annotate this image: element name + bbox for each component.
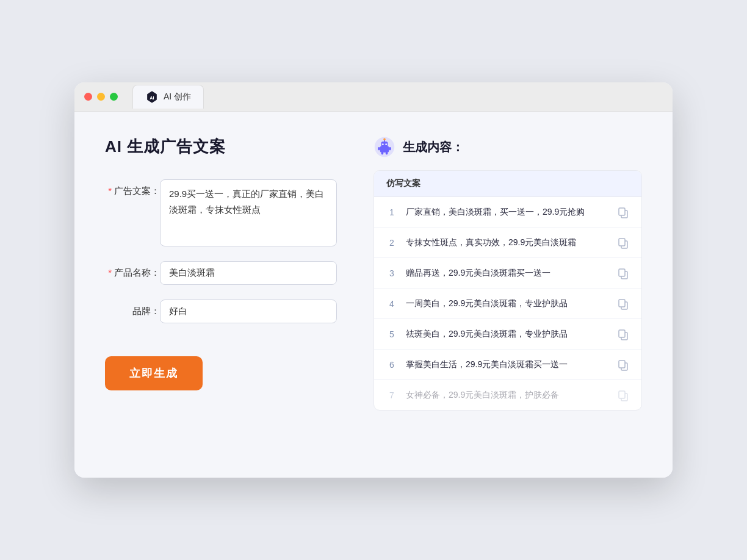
- brand-group: 品牌：: [105, 300, 337, 323]
- row-text: 祛斑美白，29.9元美白淡斑霜，专业护肤品: [406, 328, 608, 340]
- ai-tab-icon: AI: [145, 90, 159, 104]
- table-header: 仿写文案: [374, 171, 641, 197]
- product-name-group: *产品名称：: [105, 261, 337, 285]
- row-number: 7: [386, 390, 397, 400]
- page-title: AI 生成广告文案: [105, 136, 337, 157]
- row-text: 赠品再送，29.9元美白淡斑霜买一送一: [406, 267, 608, 279]
- table-row: 2 专抹女性斑点，真实功效，29.9元美白淡斑霜: [374, 228, 641, 258]
- copy-icon[interactable]: [617, 359, 629, 371]
- row-text: 女神必备，29.9元美白淡斑霜，护肤必备: [406, 389, 608, 401]
- table-row: 7 女神必备，29.9元美白淡斑霜，护肤必备: [374, 380, 641, 410]
- brand-label: 品牌：: [105, 300, 160, 317]
- copy-icon[interactable]: [617, 267, 629, 279]
- svg-rect-9: [378, 147, 380, 150]
- left-panel: AI 生成广告文案 *广告文案： 29.9买一送一，真正的厂家直销，美白淡斑霜，…: [105, 136, 337, 390]
- product-name-label: *产品名称：: [105, 261, 160, 279]
- ad-copy-label: *广告文案：: [105, 179, 160, 197]
- right-panel: 生成内容： 仿写文案 1 厂家直销，美白淡斑霜，买一送一，29.9元抢购 2 专…: [374, 136, 642, 411]
- brand-input[interactable]: [160, 300, 337, 323]
- product-name-input[interactable]: [160, 261, 337, 285]
- svg-rect-14: [619, 208, 625, 215]
- browser-tab[interactable]: AI AI 创作: [132, 85, 204, 109]
- traffic-lights: [84, 93, 118, 101]
- table-row: 3 赠品再送，29.9元美白淡斑霜买一送一: [374, 258, 641, 289]
- table-row: 4 一周美白，29.9元美白淡斑霜，专业护肤品: [374, 289, 641, 319]
- svg-rect-16: [619, 239, 625, 246]
- row-number: 5: [386, 329, 397, 339]
- svg-point-8: [383, 138, 386, 141]
- svg-rect-10: [389, 147, 391, 150]
- row-text: 专抹女性斑点，真实功效，29.9元美白淡斑霜: [406, 236, 608, 249]
- table-row: 5 祛斑美白，29.9元美白淡斑霜，专业护肤品: [374, 319, 641, 350]
- row-number: 3: [386, 268, 397, 278]
- result-table: 仿写文案 1 厂家直销，美白淡斑霜，买一送一，29.9元抢购 2 专抹女性斑点，…: [374, 170, 642, 411]
- row-text: 一周美白，29.9元美白淡斑霜，专业护肤品: [406, 297, 608, 310]
- required-star-2: *: [108, 267, 112, 278]
- row-text: 掌握美白生活，29.9元美白淡斑霜买一送一: [406, 358, 608, 371]
- table-row: 1 厂家直销，美白淡斑霜，买一送一，29.9元抢购: [374, 197, 641, 228]
- svg-rect-26: [619, 391, 625, 398]
- close-button[interactable]: [84, 93, 92, 101]
- row-number: 4: [386, 299, 397, 309]
- main-layout: AI 生成广告文案 *广告文案： 29.9买一送一，真正的厂家直销，美白淡斑霜，…: [105, 136, 642, 411]
- row-number: 1: [386, 207, 397, 217]
- result-header: 生成内容：: [374, 136, 642, 158]
- required-star-1: *: [108, 185, 112, 196]
- table-row: 6 掌握美白生活，29.9元美白淡斑霜买一送一: [374, 350, 641, 380]
- row-number: 6: [386, 360, 397, 370]
- result-title: 生成内容：: [403, 139, 464, 156]
- svg-rect-18: [619, 269, 625, 276]
- svg-rect-11: [381, 152, 384, 155]
- svg-rect-24: [619, 361, 625, 368]
- browser-content: AI 生成广告文案 *广告文案： 29.9买一送一，真正的厂家直销，美白淡斑霜，…: [74, 112, 673, 478]
- copy-icon[interactable]: [617, 298, 629, 310]
- maximize-button[interactable]: [110, 93, 118, 101]
- copy-icon[interactable]: [617, 328, 629, 340]
- svg-point-5: [382, 143, 384, 145]
- row-text: 厂家直销，美白淡斑霜，买一送一，29.9元抢购: [406, 206, 608, 218]
- tab-label: AI 创作: [164, 92, 191, 102]
- svg-point-6: [385, 143, 387, 145]
- copy-icon[interactable]: [617, 389, 629, 401]
- row-number: 2: [386, 238, 397, 248]
- ad-copy-group: *广告文案： 29.9买一送一，真正的厂家直销，美白淡斑霜，专抹女性斑点: [105, 179, 337, 246]
- svg-rect-12: [386, 152, 388, 155]
- svg-rect-20: [619, 300, 625, 307]
- ad-copy-input[interactable]: 29.9买一送一，真正的厂家直销，美白淡斑霜，专抹女性斑点: [160, 179, 337, 246]
- svg-text:AI: AI: [150, 95, 154, 101]
- titlebar: AI AI 创作: [74, 82, 673, 112]
- svg-rect-22: [619, 330, 625, 337]
- browser-window: AI AI 创作 AI 生成广告文案 *广告文案： 29.9买一送一，真正的厂家…: [74, 82, 673, 478]
- minimize-button[interactable]: [97, 93, 105, 101]
- robot-icon: [374, 136, 395, 158]
- generate-button[interactable]: 立即生成: [105, 356, 203, 390]
- copy-icon[interactable]: [617, 206, 629, 218]
- copy-icon[interactable]: [617, 237, 629, 249]
